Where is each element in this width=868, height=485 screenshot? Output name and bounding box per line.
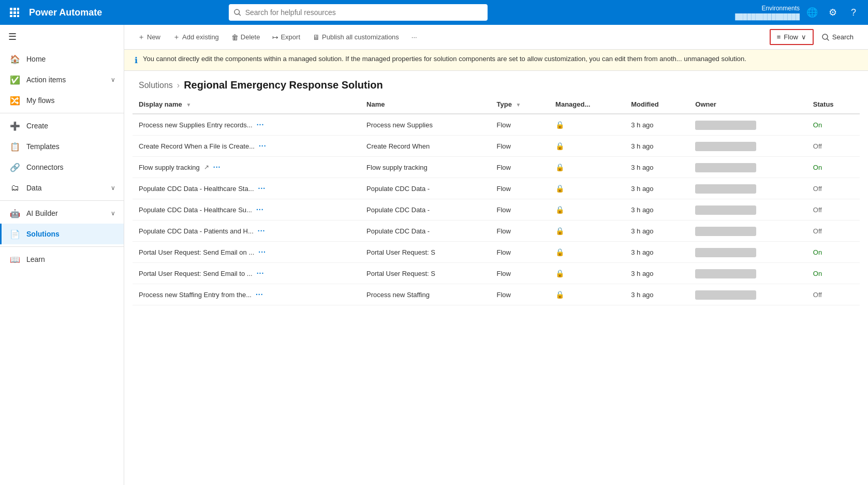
- plus-icon: ＋: [138, 33, 145, 42]
- lock-icon: 🔒: [555, 290, 564, 299]
- top-nav-right: Environments ████████████████ 🌐 ⚙ ?: [735, 4, 862, 21]
- table-row[interactable]: Process new Supplies Entry records... ··…: [133, 114, 860, 136]
- my-flows-icon: 🔀: [10, 95, 20, 106]
- col-header-type[interactable]: Type ▼: [491, 95, 550, 114]
- row-more-button[interactable]: ···: [255, 120, 267, 130]
- managed-cell: 🔒: [549, 114, 625, 136]
- row-more-button[interactable]: ···: [211, 162, 223, 172]
- sidebar-item-ai-builder[interactable]: 🤖 AI Builder ∨: [0, 203, 124, 224]
- svg-rect-5: [17, 11, 19, 14]
- sidebar-item-templates[interactable]: 📋 Templates: [0, 136, 124, 157]
- display-name-cell: Process new Supplies Entry records... ··…: [133, 114, 360, 136]
- info-icon: ℹ: [135, 55, 138, 65]
- display-name-cell: Flow supply tracking ↗ ···: [133, 157, 360, 178]
- table-row[interactable]: Flow supply tracking ↗ ··· Flow supply t…: [133, 157, 860, 178]
- managed-cell: 🔒: [549, 263, 625, 284]
- settings-icon[interactable]: ⚙: [825, 4, 841, 21]
- breadcrumb-parent[interactable]: Solutions: [139, 81, 173, 90]
- table-row[interactable]: Process new Staffing Entry from the... ·…: [133, 284, 860, 305]
- display-name-text: Portal User Request: Send Email to ...: [139, 270, 253, 277]
- modified-cell: 3 h ago: [625, 199, 689, 221]
- row-more-button[interactable]: ···: [254, 204, 266, 215]
- globe-icon[interactable]: 🌐: [804, 4, 820, 21]
- add-existing-button[interactable]: ＋ Add existing: [168, 30, 224, 45]
- status-cell: Off: [807, 284, 860, 305]
- global-search-box[interactable]: [229, 4, 488, 21]
- row-more-button[interactable]: ···: [256, 247, 268, 257]
- templates-icon: 📋: [10, 141, 20, 152]
- lock-icon: 🔒: [555, 227, 564, 235]
- sidebar-item-home[interactable]: 🏠 Home: [0, 49, 124, 69]
- modified-cell: 3 h ago: [625, 178, 689, 199]
- row-more-button[interactable]: ···: [257, 141, 269, 151]
- sidebar-item-action-items[interactable]: ✅ Action items ∨: [0, 69, 124, 90]
- row-more-button[interactable]: ···: [256, 226, 268, 236]
- table-row[interactable]: Populate CDC Data - Patients and H... ··…: [133, 221, 860, 242]
- status-badge: On: [813, 270, 822, 277]
- sidebar-item-create[interactable]: ➕ Create: [0, 115, 124, 136]
- status-badge: Off: [813, 185, 822, 193]
- owner-name: ████████████: [695, 184, 756, 194]
- export-icon: ↦: [272, 33, 278, 41]
- display-name-text: Process new Staffing Entry from the...: [139, 291, 252, 299]
- lock-icon: 🔒: [555, 163, 564, 171]
- lock-icon: 🔒: [555, 121, 564, 129]
- sidebar-item-label: Connectors: [26, 163, 64, 171]
- type-cell: Flow: [491, 157, 550, 178]
- open-in-new-icon[interactable]: ↗: [204, 164, 209, 171]
- sidebar-item-label: Learn: [26, 255, 45, 263]
- table-row[interactable]: Portal User Request: Send Email to ... ·…: [133, 263, 860, 284]
- table-row[interactable]: Portal User Request: Send Email on ... ·…: [133, 242, 860, 263]
- more-actions-button[interactable]: ···: [406, 30, 422, 44]
- warning-text: You cannot directly edit the components …: [143, 55, 746, 63]
- status-cell: Off: [807, 199, 860, 221]
- status-cell: On: [807, 157, 860, 178]
- chevron-down-icon: ∨: [111, 210, 115, 217]
- table-row[interactable]: Populate CDC Data - Healthcare Sta... ··…: [133, 178, 860, 199]
- owner-name: ████████████: [695, 121, 756, 130]
- sidebar-item-solutions[interactable]: 📄 Solutions: [0, 224, 124, 244]
- breadcrumb-separator: ›: [177, 81, 180, 90]
- sidebar-item-label: My flows: [26, 96, 54, 105]
- delete-button[interactable]: 🗑 Delete: [226, 30, 266, 45]
- main-layout: ☰ 🏠 Home ✅ Action items ∨ 🔀 My flows ➕ C…: [0, 25, 868, 485]
- status-badge: Off: [813, 227, 822, 235]
- global-search-input[interactable]: [245, 8, 483, 17]
- table-row[interactable]: Create Record When a File is Create... ·…: [133, 136, 860, 157]
- sidebar-item-data[interactable]: 🗂 Data ∨: [0, 178, 124, 198]
- publish-button[interactable]: 🖥 Publish all customizations: [307, 30, 404, 45]
- waffle-icon[interactable]: [6, 4, 23, 21]
- flow-filter-button[interactable]: ≡ Flow ∨: [770, 29, 814, 45]
- svg-line-12: [827, 39, 829, 40]
- name-cell: Portal User Request: S: [360, 242, 490, 263]
- table-row[interactable]: Populate CDC Data - Healthcare Su... ···…: [133, 199, 860, 221]
- owner-name: ████████████: [695, 163, 756, 172]
- home-icon: 🏠: [10, 54, 20, 64]
- row-more-button[interactable]: ···: [254, 289, 266, 300]
- display-name-text: Portal User Request: Send Email on ...: [139, 248, 254, 256]
- sidebar-item-my-flows[interactable]: 🔀 My flows: [0, 90, 124, 111]
- sidebar-item-label: AI Builder: [26, 209, 58, 217]
- sidebar-item-learn[interactable]: 📖 Learn: [0, 249, 124, 270]
- type-cell: Flow: [491, 114, 550, 136]
- display-name-cell: Populate CDC Data - Healthcare Sta... ··…: [133, 178, 360, 199]
- row-more-button[interactable]: ···: [255, 268, 267, 278]
- search-button[interactable]: Search: [816, 30, 860, 44]
- sidebar-toggle[interactable]: ☰: [0, 25, 124, 49]
- col-header-display-name[interactable]: Display name ▼: [133, 95, 360, 114]
- owner-name: ████████████: [695, 227, 756, 236]
- display-name-text: Process new Supplies Entry records...: [139, 121, 253, 129]
- row-more-button[interactable]: ···: [256, 183, 268, 194]
- sidebar-item-connectors[interactable]: 🔗 Connectors: [0, 157, 124, 178]
- sidebar-item-label: Home: [26, 55, 46, 63]
- table-container: Display name ▼NameType ▼Managed...Modifi…: [124, 95, 868, 485]
- owner-cell: ████████████: [689, 114, 807, 136]
- toolbar: ＋ New ＋ Add existing 🗑 Delete ↦ Export 🖥…: [124, 25, 868, 50]
- export-button[interactable]: ↦ Export: [267, 30, 305, 45]
- display-name-text: Create Record When a File is Create...: [139, 142, 255, 150]
- help-icon[interactable]: ?: [845, 4, 862, 21]
- search-icon: [822, 34, 829, 41]
- new-button[interactable]: ＋ New: [133, 30, 166, 45]
- chevron-down-icon: ∨: [111, 76, 115, 83]
- status-badge: On: [813, 248, 822, 256]
